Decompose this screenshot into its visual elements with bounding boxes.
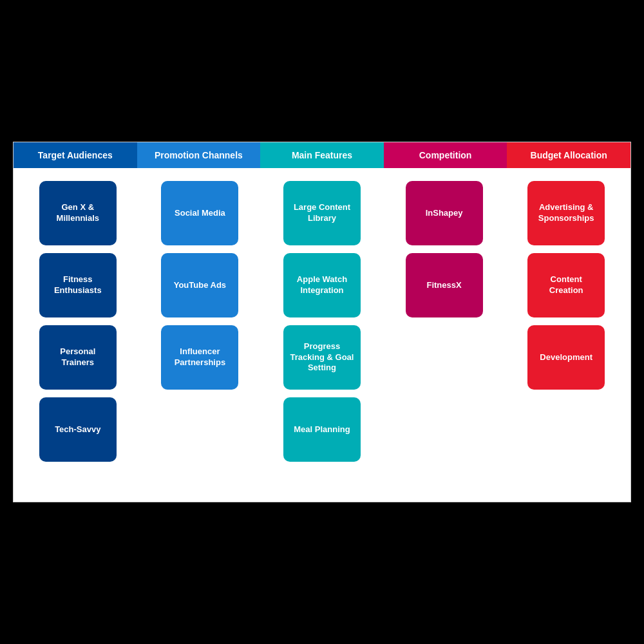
header-competition: Competition bbox=[384, 142, 507, 168]
column-promotion-channels: Social Media YouTube Ads Influencer Part… bbox=[139, 178, 261, 393]
header-promotion-channels: Promotion Channels bbox=[137, 142, 261, 168]
column-competition: InShapey FitnessX bbox=[383, 178, 506, 321]
header-main-features: Main Features bbox=[260, 142, 384, 168]
card-large-content-library: Large Content Library bbox=[283, 181, 361, 245]
card-fitnessx: FitnessX bbox=[406, 253, 483, 317]
board: Target Audiences Promotion Channels Main… bbox=[13, 142, 631, 502]
card-youtube-ads: YouTube Ads bbox=[161, 253, 238, 317]
column-budget-allocation: Advertising & Sponsorships Content Creat… bbox=[505, 178, 627, 393]
header-budget-allocation: Budget Allocation bbox=[507, 142, 630, 168]
header-target-audiences: Target Audiences bbox=[14, 142, 137, 168]
card-progress-tracking: Progress Tracking & Goal Setting bbox=[283, 325, 361, 390]
column-target-audiences: Gen X & Millennials Fitness Enthusiasts … bbox=[17, 178, 139, 465]
card-development: Development bbox=[527, 325, 605, 390]
card-meal-planning: Meal Planning bbox=[283, 397, 361, 462]
card-advertising-sponsorships: Advertising & Sponsorships bbox=[527, 181, 605, 245]
columns-row: Gen X & Millennials Fitness Enthusiasts … bbox=[14, 168, 630, 475]
column-main-features: Large Content Library Apple Watch Integr… bbox=[261, 178, 383, 465]
card-fitness-enthusiasts: Fitness Enthusiasts bbox=[39, 253, 117, 317]
card-social-media: Social Media bbox=[161, 181, 238, 245]
card-influencer-partnerships: Influencer Partnerships bbox=[161, 325, 238, 390]
card-gen-x-millennials: Gen X & Millennials bbox=[39, 181, 117, 245]
card-apple-watch-integration: Apple Watch Integration bbox=[283, 253, 361, 317]
card-tech-savvy: Tech-Savvy bbox=[39, 397, 117, 462]
header-row: Target Audiences Promotion Channels Main… bbox=[14, 142, 630, 168]
card-content-creation: Content Creation bbox=[527, 253, 605, 317]
card-personal-trainers: Personal Trainers bbox=[39, 325, 117, 390]
card-inshapey: InShapey bbox=[406, 181, 483, 245]
